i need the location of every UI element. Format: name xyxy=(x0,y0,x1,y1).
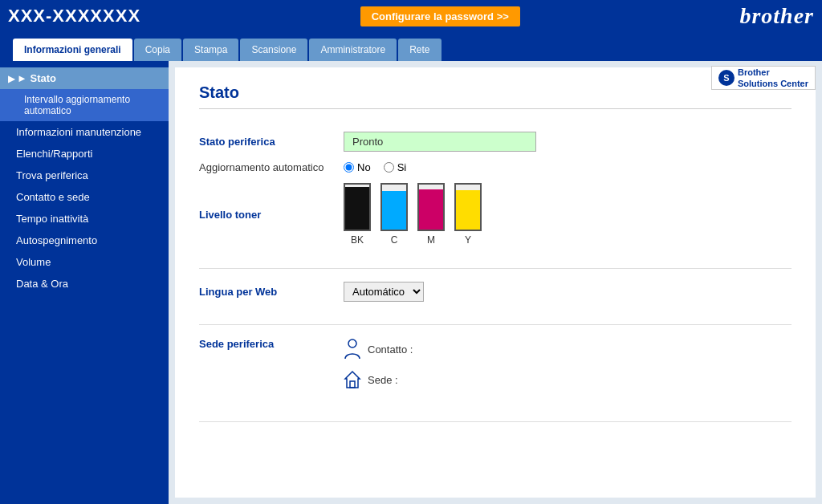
sede-row: Sede periferica Contatto : xyxy=(199,338,791,399)
sidebar-item-trova-periferica[interactable]: Trova periferica xyxy=(0,165,169,186)
toner-bar-m xyxy=(417,183,445,231)
sidebar-item-intervallo-aggiornamento-automatico[interactable]: Intervallo aggiornamento automatico xyxy=(0,89,169,121)
lingua-select[interactable]: Automático xyxy=(344,282,424,302)
toner-bars: BKCMY xyxy=(344,183,791,246)
stato-periferica-section: Stato periferica Aggiornamento automatic… xyxy=(199,119,791,269)
nav-tab-rete[interactable]: Rete xyxy=(398,39,441,61)
sidebar-item-informazioni-manutenzione[interactable]: Informazioni manutenzione xyxy=(0,121,169,143)
stato-periferica-input[interactable] xyxy=(344,132,536,152)
sidebar-item-data-&-ora[interactable]: Data & Ora xyxy=(0,273,169,295)
toner-label-bk: BK xyxy=(351,234,364,246)
sede-periferica-label: Sede periferica xyxy=(199,338,344,350)
radio-si-option[interactable]: Si xyxy=(384,161,407,173)
nav-tab-scansione[interactable]: Scansione xyxy=(240,39,307,61)
radio-si-label: Si xyxy=(397,161,407,173)
sidebar-item-volume[interactable]: Volume xyxy=(0,251,169,273)
toner-label-c: C xyxy=(391,234,398,246)
house-icon xyxy=(344,368,361,391)
sidebar-item-autospegnimento[interactable]: Autospegnimento xyxy=(0,230,169,251)
toner-label-m: M xyxy=(427,234,435,246)
lingua-value-container: Automático xyxy=(344,282,791,302)
stato-periferica-row: Stato periferica xyxy=(199,132,791,152)
sidebar-item-elenchi/rapporti[interactable]: Elenchi/Rapporti xyxy=(0,143,169,165)
lingua-row: Lingua per Web Automático xyxy=(199,282,791,302)
toner-item-y: Y xyxy=(454,183,482,246)
toner-fill-m xyxy=(419,189,443,230)
nav-bar: Informazioni generaliCopiaStampaScansion… xyxy=(0,32,822,61)
brother-logo: brother xyxy=(739,3,814,29)
svg-point-0 xyxy=(348,339,356,348)
stato-periferica-value-container xyxy=(344,132,791,152)
radio-si[interactable] xyxy=(384,162,394,173)
toner-label-y: Y xyxy=(465,234,471,246)
device-title: XXX-XXXXXXX xyxy=(8,6,140,26)
toner-fill-y xyxy=(456,190,480,230)
toner-fill-c xyxy=(382,191,406,230)
toner-fill-bk xyxy=(345,187,369,230)
aggiornamento-radio-group: No Si xyxy=(344,161,791,173)
contatto-label: Contatto : xyxy=(368,343,413,356)
nav-tab-amministratore[interactable]: Amministratore xyxy=(309,39,397,61)
nav-tab-informazioni-generali[interactable]: Informazioni generali xyxy=(13,39,132,61)
livello-toner-label: Livello toner xyxy=(199,209,344,221)
nav-tabs: Informazioni generaliCopiaStampaScansion… xyxy=(6,39,443,61)
nav-tab-copia[interactable]: Copia xyxy=(134,39,181,61)
sede-content: Contatto : Sede : xyxy=(344,338,791,399)
contatto-row: Contatto : xyxy=(344,338,791,360)
sidebar: ► StatoIntervallo aggiornamento automati… xyxy=(0,61,169,504)
sede-label: Sede : xyxy=(368,374,398,386)
toner-container: BKCMY xyxy=(344,183,791,246)
toner-item-bk: BK xyxy=(344,183,371,246)
toner-bar-c xyxy=(380,183,408,231)
stato-periferica-label: Stato periferica xyxy=(199,136,344,148)
livello-toner-row: Livello toner BKCMY xyxy=(199,183,791,246)
sidebar-item-tempo-inattività[interactable]: Tempo inattività xyxy=(0,208,169,230)
svg-rect-2 xyxy=(350,381,355,388)
nav-tab-stampa[interactable]: Stampa xyxy=(183,39,238,61)
sede-section: Sede periferica Contatto : xyxy=(199,325,791,422)
aggiornamento-row: Aggiornamento automatico No Si xyxy=(199,161,791,173)
svg-marker-1 xyxy=(345,372,360,388)
radio-no[interactable] xyxy=(344,162,354,173)
aggiornamento-label: Aggiornamento automatico xyxy=(199,161,344,173)
sidebar-item-contatto-e-sede[interactable]: Contatto e sede xyxy=(0,186,169,208)
lingua-label: Lingua per Web xyxy=(199,286,344,298)
toner-item-c: C xyxy=(380,183,408,246)
lingua-section: Lingua per Web Automático xyxy=(199,269,791,325)
person-icon xyxy=(344,338,361,360)
content-area: Stato Stato periferica Aggiornamento aut… xyxy=(175,67,816,498)
page-title: Stato xyxy=(199,83,791,109)
toner-bar-y xyxy=(454,183,482,231)
sidebar-item-stato[interactable]: ► Stato xyxy=(0,67,169,89)
toner-bar-bk xyxy=(344,183,371,231)
sede-house-row: Sede : xyxy=(344,368,791,391)
solutions-center-label: BrotherSolutions Center xyxy=(738,67,808,90)
radio-no-label: No xyxy=(357,161,371,173)
solutions-center-button[interactable]: S BrotherSolutions Center xyxy=(711,66,816,90)
radio-no-option[interactable]: No xyxy=(344,161,371,173)
configure-password-button[interactable]: Configurare la password >> xyxy=(360,6,520,26)
main-layout: ► StatoIntervallo aggiornamento automati… xyxy=(0,61,822,504)
toner-item-m: M xyxy=(417,183,445,246)
header: XXX-XXXXXXX Configurare la password >> b… xyxy=(0,0,822,32)
solutions-icon: S xyxy=(718,70,735,86)
